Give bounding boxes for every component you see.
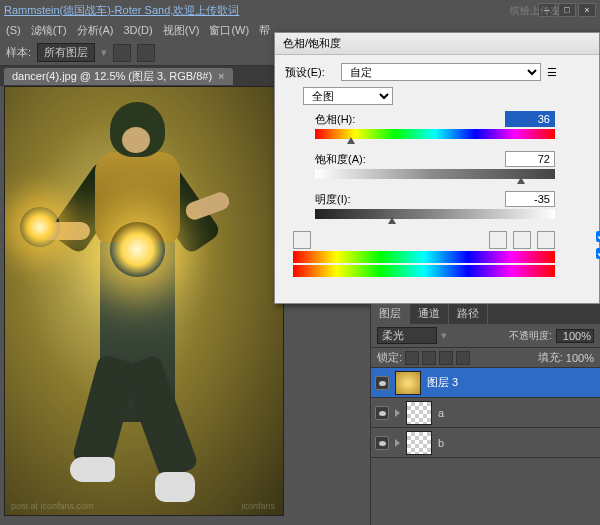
menu-item[interactable]: 分析(A): [77, 23, 114, 38]
layer-thumbnail[interactable]: [406, 401, 432, 425]
menu-item[interactable]: (S): [6, 24, 21, 36]
visibility-icon[interactable]: [375, 376, 389, 390]
expand-icon[interactable]: [395, 439, 400, 447]
lightness-slider[interactable]: [315, 209, 555, 219]
artwork: [40, 97, 250, 497]
hue-saturation-dialog: 色相/饱和度 确定 复位 预设(E): 自定 ☰ 全图 色相(H):36 饱和度…: [274, 32, 600, 304]
window-title: Rammstein(德国战车)-Roter Sand,欢迎上传歌词: [4, 3, 538, 18]
preset-select[interactable]: 自定: [341, 63, 541, 81]
tab-channels[interactable]: 通道: [410, 304, 449, 324]
lock-transparent-icon[interactable]: [405, 351, 419, 365]
close-button[interactable]: ×: [578, 3, 596, 17]
sample-label: 样本:: [6, 45, 31, 60]
eyedropper-icon[interactable]: [489, 231, 507, 249]
saturation-label: 饱和度(A):: [315, 152, 405, 167]
hand-icon[interactable]: [293, 231, 311, 249]
layer-name[interactable]: 图层 3: [427, 375, 596, 390]
saturation-input[interactable]: 72: [505, 151, 555, 167]
lightness-input[interactable]: -35: [505, 191, 555, 207]
lightness-label: 明度(I):: [315, 192, 405, 207]
canvas-watermark: post at iconfans.com: [11, 501, 94, 511]
canvas[interactable]: post at iconfans.com iconfans: [4, 86, 284, 516]
hue-input[interactable]: 36: [505, 111, 555, 127]
layer-row[interactable]: 图层 3: [371, 368, 600, 398]
tool-icon[interactable]: [113, 44, 131, 62]
layer-name[interactable]: a: [438, 407, 596, 419]
tab-label: dancer(4).jpg @ 12.5% (图层 3, RGB/8#): [12, 69, 212, 84]
menu-item[interactable]: 滤镜(T): [31, 23, 67, 38]
hue-label: 色相(H):: [315, 112, 405, 127]
tab-layers[interactable]: 图层: [371, 304, 410, 324]
preset-menu-icon[interactable]: ☰: [547, 66, 557, 79]
tab-paths[interactable]: 路径: [449, 304, 488, 324]
expand-icon[interactable]: [395, 409, 400, 417]
lock-label: 锁定:: [377, 350, 402, 365]
visibility-icon[interactable]: [375, 436, 389, 450]
sample-select[interactable]: 所有图层: [37, 43, 95, 62]
preview-checkbox[interactable]: 预览(P): [596, 246, 600, 261]
preset-label: 预设(E):: [285, 65, 335, 80]
eyedropper-add-icon[interactable]: [513, 231, 531, 249]
canvas-watermark: iconfans: [241, 501, 275, 511]
document-tab[interactable]: dancer(4).jpg @ 12.5% (图层 3, RGB/8#) ×: [4, 68, 233, 85]
layer-row[interactable]: a: [371, 398, 600, 428]
colorize-checkbox[interactable]: 着色(O): [596, 229, 600, 244]
watermark-top: 缤纷上传友: [510, 4, 560, 18]
dialog-title: 色相/饱和度: [275, 33, 599, 55]
opacity-input[interactable]: 100%: [556, 329, 594, 343]
fill-label: 填充:: [538, 350, 563, 365]
layer-name[interactable]: b: [438, 437, 596, 449]
layers-panel: 图层 通道 路径 柔光▾ 不透明度: 100% 锁定: 填充: 100% 图层 …: [370, 304, 600, 525]
maximize-button[interactable]: □: [558, 3, 576, 17]
tab-close-icon[interactable]: ×: [218, 70, 224, 82]
lock-all-icon[interactable]: [456, 351, 470, 365]
eyedropper-sub-icon[interactable]: [537, 231, 555, 249]
color-range-strip[interactable]: [293, 265, 555, 277]
layer-row[interactable]: b: [371, 428, 600, 458]
opacity-label: 不透明度:: [509, 329, 552, 343]
menu-item[interactable]: 窗口(W): [209, 23, 249, 38]
layer-thumbnail[interactable]: [406, 431, 432, 455]
lock-pixels-icon[interactable]: [422, 351, 436, 365]
layer-thumbnail[interactable]: [395, 371, 421, 395]
color-range-strip[interactable]: [293, 251, 555, 263]
saturation-slider[interactable]: [315, 169, 555, 179]
lock-position-icon[interactable]: [439, 351, 453, 365]
fill-input[interactable]: 100%: [566, 352, 594, 364]
menu-item[interactable]: 视图(V): [163, 23, 200, 38]
menu-item[interactable]: 帮: [259, 23, 270, 38]
channel-select[interactable]: 全图: [303, 87, 393, 105]
hue-slider[interactable]: [315, 129, 555, 139]
blend-mode-select[interactable]: 柔光: [377, 327, 437, 344]
menu-item[interactable]: 3D(D): [123, 24, 152, 36]
visibility-icon[interactable]: [375, 406, 389, 420]
tool-icon[interactable]: [137, 44, 155, 62]
